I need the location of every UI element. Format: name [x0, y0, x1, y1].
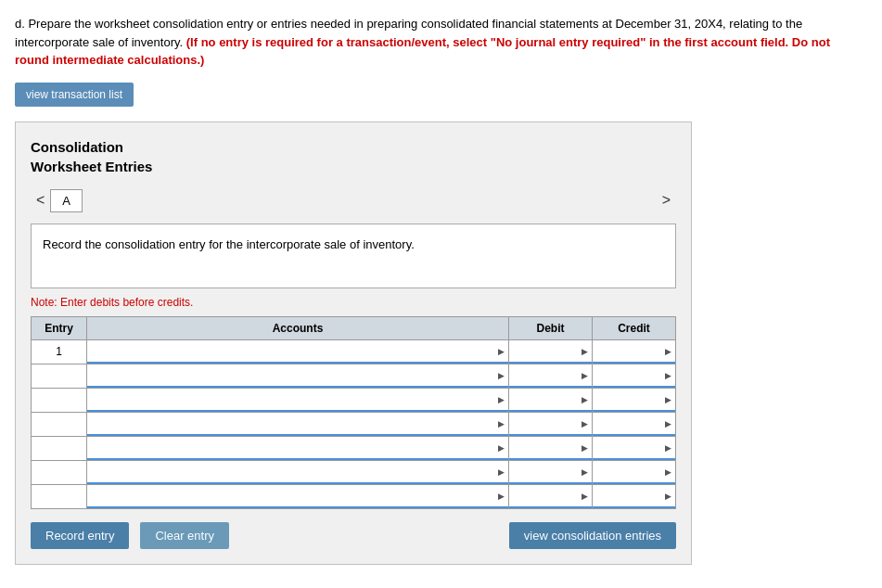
header-entry: Entry	[32, 316, 87, 339]
table-row	[32, 460, 676, 484]
accounts-cell[interactable]	[87, 364, 509, 388]
credit-cell[interactable]	[593, 412, 676, 436]
credit-cell[interactable]	[593, 339, 676, 364]
accounts-input[interactable]	[87, 340, 508, 364]
credit-cell[interactable]	[593, 388, 676, 412]
entry-number-cell	[32, 412, 87, 436]
clear-entry-button[interactable]: Clear entry	[140, 522, 229, 549]
accounts-cell[interactable]	[87, 436, 509, 460]
credit-input[interactable]	[593, 485, 675, 508]
credit-input[interactable]	[593, 437, 675, 460]
table-row	[32, 388, 676, 412]
debit-input[interactable]	[509, 437, 592, 460]
view-consolidation-button[interactable]: view consolidation entries	[509, 522, 676, 549]
entry-number-cell	[32, 364, 87, 388]
accounts-input[interactable]	[87, 437, 508, 460]
credit-input[interactable]	[593, 413, 675, 436]
credit-input[interactable]	[593, 364, 675, 388]
credit-cell[interactable]	[593, 460, 676, 484]
accounts-cell[interactable]	[87, 484, 509, 508]
table-row	[32, 412, 676, 436]
table-row	[32, 484, 676, 508]
accounts-input[interactable]	[87, 485, 508, 508]
credit-cell[interactable]	[593, 484, 676, 508]
credit-cell[interactable]	[593, 436, 676, 460]
debit-input[interactable]	[509, 485, 592, 508]
debit-input[interactable]	[509, 364, 592, 388]
view-transaction-button[interactable]: view transaction list	[15, 83, 134, 107]
credit-cell[interactable]	[593, 364, 676, 388]
table-row	[32, 364, 676, 388]
tab-navigation: < A >	[31, 189, 676, 212]
entry-number-cell	[32, 460, 87, 484]
debit-cell[interactable]	[509, 460, 593, 484]
debit-cell[interactable]	[509, 484, 593, 508]
header-debit: Debit	[509, 316, 593, 339]
action-buttons-row: Record entry Clear entry view consolidat…	[31, 522, 676, 549]
accounts-input[interactable]	[87, 389, 508, 412]
debit-cell[interactable]	[509, 412, 593, 436]
debit-cell[interactable]	[509, 364, 593, 388]
description-box: Record the consolidation entry for the i…	[31, 224, 676, 288]
table-row	[32, 436, 676, 460]
credit-input[interactable]	[593, 389, 675, 412]
header-accounts: Accounts	[87, 316, 509, 339]
worksheet-title: Consolidation Worksheet Entries	[31, 137, 676, 176]
accounts-input[interactable]	[87, 413, 508, 436]
debit-input[interactable]	[509, 413, 592, 436]
table-row: 1	[32, 339, 676, 364]
entry-table: Entry Accounts Debit Credit 1	[31, 316, 676, 509]
accounts-cell[interactable]	[87, 388, 509, 412]
entry-number-cell: 1	[32, 339, 87, 364]
debit-cell[interactable]	[509, 388, 593, 412]
entry-number-cell	[32, 484, 87, 508]
prev-arrow[interactable]: <	[31, 190, 50, 211]
record-entry-button[interactable]: Record entry	[31, 522, 129, 549]
credit-input[interactable]	[593, 340, 675, 364]
entry-number-cell	[32, 388, 87, 412]
accounts-cell[interactable]	[87, 339, 509, 364]
description-text: Record the consolidation entry for the i…	[43, 237, 415, 251]
debit-input[interactable]	[509, 340, 592, 364]
header-credit: Credit	[593, 316, 676, 339]
debit-input[interactable]	[509, 389, 592, 412]
credit-input[interactable]	[593, 461, 675, 484]
tab-a[interactable]: A	[50, 189, 83, 212]
accounts-cell[interactable]	[87, 460, 509, 484]
accounts-cell[interactable]	[87, 412, 509, 436]
worksheet-container: Consolidation Worksheet Entries < A > Re…	[15, 121, 692, 565]
accounts-input[interactable]	[87, 364, 508, 388]
debit-cell[interactable]	[509, 436, 593, 460]
entry-number-cell	[32, 436, 87, 460]
next-arrow[interactable]: >	[657, 190, 676, 211]
note-text: Note: Enter debits before credits.	[31, 296, 676, 309]
debit-cell[interactable]	[509, 339, 593, 364]
accounts-input[interactable]	[87, 461, 508, 484]
debit-input[interactable]	[509, 461, 592, 484]
instructions-block: d. Prepare the worksheet consolidation e…	[15, 15, 867, 70]
